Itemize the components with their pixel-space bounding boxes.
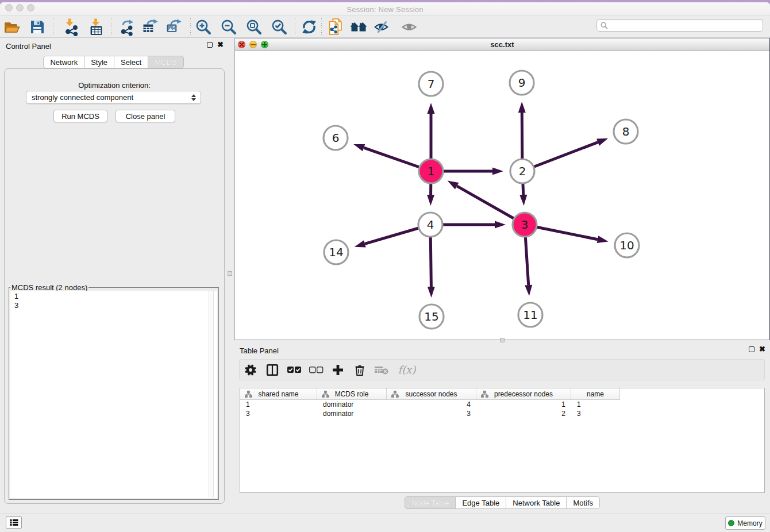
- optimization-criterion-label: Optimization criterion:: [5, 81, 224, 90]
- column-header-successor-nodes[interactable]: successor nodes: [387, 388, 476, 400]
- columns-icon: [266, 364, 279, 376]
- close-table-panel-icon[interactable]: ✖: [759, 346, 765, 352]
- network-window-titlebar: scc.txt: [235, 38, 769, 51]
- table-panel-title: Table Panel: [240, 346, 279, 355]
- tab-select[interactable]: Select: [114, 56, 148, 68]
- delete-table-icon: [374, 364, 389, 376]
- zoom-out-button[interactable]: [220, 18, 237, 36]
- mcds-result-text[interactable]: 13: [10, 291, 217, 498]
- show-all-button[interactable]: [401, 18, 418, 36]
- plus-icon: [332, 364, 344, 376]
- function-builder-button[interactable]: f(x): [396, 363, 418, 377]
- cell-MCDS-role[interactable]: dominator: [317, 400, 387, 408]
- vertical-divider-grip[interactable]: [228, 271, 232, 276]
- tab-network-table[interactable]: Network Table: [506, 496, 567, 509]
- hide-selected-button[interactable]: [373, 18, 390, 36]
- network-canvas[interactable]: 7968124314101511: [235, 51, 769, 340]
- table-row[interactable]: 3dominator323: [240, 409, 764, 418]
- window-title: Session: New Session: [0, 5, 770, 14]
- close-panel-icon[interactable]: ✖: [217, 42, 224, 48]
- divider-grip[interactable]: [500, 338, 505, 342]
- deselect-all-button[interactable]: [309, 363, 324, 377]
- mcds-result-group: MCDS result (2 nodes) 13: [9, 283, 219, 500]
- arrowhead: [355, 240, 366, 247]
- task-list-icon: [10, 519, 18, 526]
- cell-name[interactable]: 3: [571, 410, 620, 418]
- cell-predecessor-nodes[interactable]: 2: [476, 410, 571, 418]
- node-label-14: 14: [329, 245, 343, 259]
- first-neighbors-button[interactable]: [350, 18, 367, 36]
- tab-style[interactable]: Style: [84, 56, 114, 68]
- zoom-out-icon: [220, 18, 237, 36]
- arrowhead: [525, 285, 532, 296]
- trash-icon: [353, 364, 366, 376]
- float-panel-icon[interactable]: [207, 42, 213, 48]
- zoom-in-button[interactable]: [195, 18, 212, 36]
- delete-table-button[interactable]: [374, 363, 389, 377]
- tab-motifs[interactable]: Motifs: [567, 496, 600, 509]
- column-header-shared-name[interactable]: shared name: [240, 388, 317, 400]
- tab-mcds[interactable]: MCDS: [148, 56, 183, 68]
- export-image-button[interactable]: [165, 18, 182, 36]
- search-field[interactable]: [596, 19, 763, 32]
- cell-predecessor-nodes[interactable]: 1: [476, 400, 571, 408]
- cell-shared-name[interactable]: 3: [240, 410, 317, 418]
- mcds-panel: Optimization criterion: strongly connect…: [4, 68, 225, 504]
- show-columns-button[interactable]: [265, 363, 280, 377]
- open-session-button[interactable]: [3, 18, 21, 36]
- column-header-label: MCDS role: [335, 390, 369, 398]
- add-column-button[interactable]: [330, 363, 345, 377]
- network-graph: 7968124314101511: [235, 51, 768, 340]
- select-all-button[interactable]: [287, 363, 302, 377]
- apply-layout-button[interactable]: [301, 18, 318, 36]
- arrowhead: [448, 180, 459, 189]
- show-task-history-button[interactable]: [6, 516, 22, 529]
- import-table-button[interactable]: [87, 18, 105, 36]
- arrowhead: [428, 287, 435, 298]
- node-table[interactable]: shared nameMCDS rolesuccessor nodesprede…: [240, 388, 765, 493]
- zoom-fit-button[interactable]: [245, 18, 263, 36]
- save-session-button[interactable]: [29, 18, 46, 36]
- table-row[interactable]: 1dominator411: [240, 400, 764, 409]
- close-panel-button[interactable]: Close panel: [116, 110, 175, 122]
- zoom-selected-button[interactable]: [271, 18, 288, 36]
- table-options-button[interactable]: [243, 363, 258, 377]
- column-header-MCDS-role[interactable]: MCDS role: [317, 388, 387, 400]
- status-bar: Memory: [0, 514, 770, 532]
- search-input[interactable]: [608, 20, 763, 30]
- delete-columns-button[interactable]: [352, 363, 367, 377]
- import-network-button[interactable]: [62, 18, 79, 36]
- save-icon: [29, 19, 45, 35]
- node-label-4: 4: [427, 218, 434, 232]
- column-header-name[interactable]: name: [571, 388, 620, 400]
- network-window: scc.txt 7968124314101511: [234, 38, 770, 340]
- arrowhead: [519, 195, 527, 206]
- export-table-button[interactable]: [141, 18, 159, 36]
- node-label-9: 9: [518, 76, 526, 90]
- eye-slash-icon: [373, 18, 390, 36]
- cell-name[interactable]: 1: [571, 400, 620, 408]
- cell-successor-nodes[interactable]: 3: [387, 410, 476, 418]
- result-scrollbar[interactable]: [209, 291, 214, 498]
- table-header-row: shared nameMCDS rolesuccessor nodesprede…: [240, 388, 764, 400]
- criterion-dropdown[interactable]: strongly connected component: [26, 91, 201, 104]
- new-network-from-selection-button[interactable]: [327, 18, 344, 36]
- node-label-15: 15: [424, 310, 438, 323]
- float-table-panel-icon[interactable]: [749, 346, 754, 352]
- arrowhead: [427, 195, 434, 206]
- open-folder-icon: [3, 18, 21, 36]
- column-type-icon: [245, 391, 252, 398]
- cell-successor-nodes[interactable]: 4: [387, 400, 476, 408]
- import-table-icon: [87, 18, 105, 36]
- column-header-predecessor-nodes[interactable]: predecessor nodes: [476, 388, 571, 400]
- tab-edge-table[interactable]: Edge Table: [456, 496, 506, 509]
- export-network-button[interactable]: [118, 18, 136, 36]
- memory-button[interactable]: Memory: [725, 516, 765, 530]
- cell-shared-name[interactable]: 1: [240, 400, 317, 408]
- tab-network[interactable]: Network: [43, 56, 84, 68]
- run-mcds-button[interactable]: Run MCDS: [53, 110, 107, 122]
- tab-node-table[interactable]: Node Table: [405, 496, 456, 509]
- cell-MCDS-role[interactable]: dominator: [317, 410, 387, 418]
- column-header-label: successor nodes: [405, 390, 457, 398]
- documents-share-icon: [327, 17, 344, 37]
